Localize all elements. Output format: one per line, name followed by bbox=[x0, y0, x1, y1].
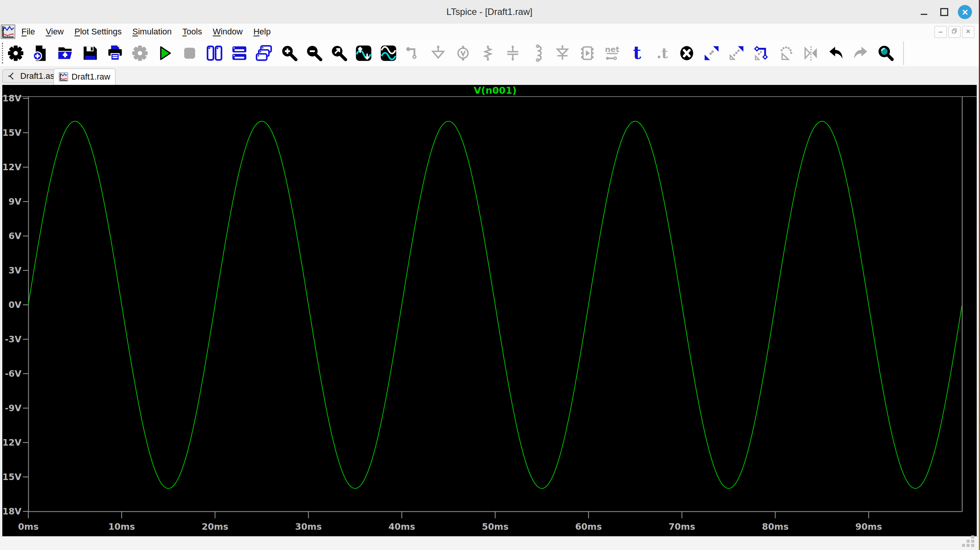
mdi-window-controls bbox=[934, 26, 974, 38]
net-label-icon: net bbox=[603, 44, 621, 62]
move-icon[interactable] bbox=[728, 44, 745, 62]
minimize-button[interactable] bbox=[917, 5, 931, 19]
restore-icon bbox=[951, 28, 957, 36]
resistor-icon bbox=[479, 44, 497, 62]
wire-icon bbox=[405, 44, 422, 62]
window-title: LTspice - [Draft1.raw] bbox=[0, 0, 979, 24]
x-tick-label: 0ms bbox=[18, 522, 39, 532]
y-tick-label: 0V bbox=[8, 300, 21, 310]
toolbar: nett.t bbox=[0, 40, 979, 66]
x-tick-label: 40ms bbox=[388, 522, 415, 532]
y-tick-label: 12V bbox=[2, 162, 21, 172]
tab-draft1-raw[interactable]: Draft1.raw bbox=[54, 68, 115, 85]
titlebar[interactable]: LTspice - [Draft1.raw] bbox=[0, 0, 979, 24]
y-tick-label: 9V bbox=[8, 197, 21, 207]
y-tick-label: -12V bbox=[2, 438, 21, 447]
x-tick-label: 20ms bbox=[202, 522, 229, 532]
control-panel-icon[interactable] bbox=[7, 44, 24, 62]
menu-item-view[interactable]: View bbox=[40, 24, 69, 40]
component-icon bbox=[579, 44, 596, 62]
menu-item-simulation[interactable]: Simulation bbox=[127, 24, 177, 40]
copy-icon[interactable] bbox=[703, 44, 720, 62]
trace-v-n001 bbox=[28, 121, 962, 488]
close-icon bbox=[961, 8, 969, 16]
voltage-source-icon bbox=[454, 44, 472, 62]
halt-icon bbox=[181, 44, 198, 62]
y-tick-label: 6V bbox=[8, 231, 21, 241]
drag-icon[interactable] bbox=[752, 44, 770, 62]
y-tick-label: 15V bbox=[2, 128, 21, 138]
x-tick-label: 10ms bbox=[108, 522, 135, 532]
y-tick-label: 18V bbox=[2, 93, 21, 103]
run-icon[interactable] bbox=[156, 44, 174, 62]
status-bar bbox=[0, 536, 979, 550]
ltspice-window: LTspice - [Draft1.raw] FileViewPlot Sett… bbox=[0, 0, 979, 550]
toolbar-drag-handle[interactable] bbox=[2, 43, 3, 63]
zoom-in-icon[interactable] bbox=[280, 44, 298, 62]
mdi-close-button[interactable] bbox=[962, 26, 974, 38]
open-icon[interactable] bbox=[57, 44, 74, 62]
zoom-extents-icon[interactable] bbox=[330, 44, 348, 62]
menu-item-help[interactable]: Help bbox=[248, 24, 276, 40]
y-tick-label: 3V bbox=[8, 265, 21, 275]
menu-items: FileViewPlot SettingsSimulationToolsWind… bbox=[16, 24, 276, 40]
x-tick-label: 60ms bbox=[575, 522, 602, 532]
toolbar-separator bbox=[903, 41, 904, 65]
waveform-plot[interactable]: V(n001)18V15V12V9V6V3V0V-3V-6V-9V-12V-15… bbox=[2, 85, 977, 536]
y-tick-label: -15V bbox=[2, 472, 21, 482]
save-icon[interactable] bbox=[81, 44, 99, 62]
delete-icon[interactable] bbox=[678, 44, 696, 62]
tab-bar: Draft1.ascDraft1.raw bbox=[0, 66, 979, 85]
minimize-icon bbox=[921, 14, 927, 15]
tile-horizontal-icon[interactable] bbox=[231, 44, 248, 62]
undo-icon[interactable] bbox=[827, 44, 845, 62]
mdi-restore-button[interactable] bbox=[948, 26, 960, 38]
mdi-minimize-button[interactable] bbox=[934, 26, 947, 38]
y-tick-label: -6V bbox=[5, 369, 22, 379]
menu-item-window[interactable]: Window bbox=[207, 24, 248, 40]
y-tick-label: -9V bbox=[5, 403, 22, 413]
mirror-icon bbox=[802, 44, 820, 62]
close-icon bbox=[965, 28, 971, 36]
minimize-icon bbox=[938, 28, 943, 36]
resize-grip[interactable] bbox=[962, 535, 975, 548]
trace-label[interactable]: V(n001) bbox=[474, 85, 517, 96]
new-schematic-icon[interactable] bbox=[32, 44, 49, 62]
spice-directive-icon: .t bbox=[653, 44, 671, 62]
find-icon[interactable] bbox=[877, 44, 894, 62]
add-plot-pane-icon[interactable] bbox=[380, 44, 397, 62]
maximize-icon bbox=[940, 8, 948, 16]
x-tick-label: 90ms bbox=[855, 522, 882, 532]
cascade-icon[interactable] bbox=[255, 44, 273, 62]
waveform-icon bbox=[59, 72, 68, 81]
menu-bar: FileViewPlot SettingsSimulationToolsWind… bbox=[0, 24, 979, 40]
ltspice-app-icon bbox=[1, 24, 15, 39]
x-tick-label: 50ms bbox=[482, 522, 509, 532]
tab-label: Draft1.asc bbox=[20, 71, 59, 81]
close-button[interactable] bbox=[958, 5, 972, 19]
tab-label: Draft1.raw bbox=[72, 72, 110, 82]
waveform-viewer[interactable]: V(n001)18V15V12V9V6V3V0V-3V-6V-9V-12V-15… bbox=[2, 85, 977, 536]
svg-text:net: net bbox=[605, 45, 619, 54]
y-tick-label: -3V bbox=[5, 334, 22, 344]
inductor-icon bbox=[529, 44, 546, 62]
rotate-icon bbox=[777, 44, 795, 62]
settings-icon bbox=[131, 44, 149, 62]
text-icon[interactable]: t bbox=[628, 44, 646, 62]
x-tick-label: 70ms bbox=[669, 522, 696, 532]
x-tick-label: 80ms bbox=[762, 522, 789, 532]
svg-text:.t: .t bbox=[657, 45, 668, 62]
tile-vertical-icon[interactable] bbox=[206, 44, 223, 62]
menu-item-tools[interactable]: Tools bbox=[177, 24, 207, 40]
x-tick-label: 30ms bbox=[295, 522, 322, 532]
autorange-y-icon[interactable] bbox=[355, 44, 372, 62]
zoom-out-icon[interactable] bbox=[305, 44, 323, 62]
ground-icon bbox=[429, 44, 447, 62]
maximize-button[interactable] bbox=[937, 5, 951, 19]
menu-item-plot-settings[interactable]: Plot Settings bbox=[69, 24, 127, 40]
menu-item-file[interactable]: File bbox=[16, 24, 40, 40]
print-icon[interactable] bbox=[106, 44, 124, 62]
diode-icon bbox=[554, 44, 571, 62]
redo-icon bbox=[852, 44, 869, 62]
svg-text:t: t bbox=[633, 44, 641, 62]
